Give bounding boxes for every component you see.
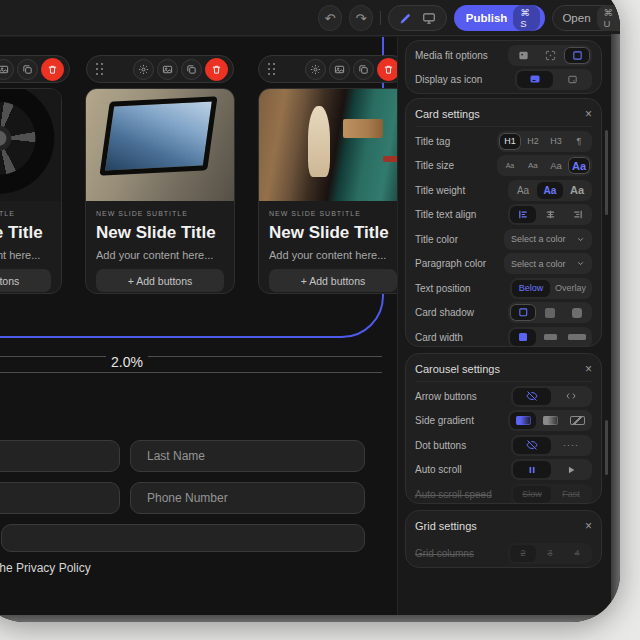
side-gradient-row: Side gradient	[415, 409, 592, 434]
grid-columns-3[interactable]: 3	[537, 545, 563, 562]
slide-delete-button[interactable]	[377, 58, 397, 81]
slide-media-button[interactable]	[0, 59, 14, 80]
shadow-soft-icon[interactable]	[537, 304, 563, 321]
width-small-icon[interactable]	[510, 329, 536, 346]
close-icon[interactable]: ×	[585, 108, 592, 120]
arrows-hidden-eye-off-icon[interactable]	[513, 388, 551, 405]
message-field[interactable]	[1, 524, 365, 552]
play-icon[interactable]	[552, 461, 590, 478]
dots-visible-icon[interactable]: ····	[552, 437, 590, 454]
editor-canvas[interactable]: NEW SLIDE SUBTITLE New Slide Title Add y…	[0, 37, 397, 615]
gradient-soft-icon[interactable]	[537, 412, 563, 429]
dot-buttons-row: Dot buttons ····	[415, 433, 592, 458]
preview-display-icon[interactable]	[422, 11, 436, 25]
pause-icon[interactable]	[513, 461, 551, 478]
carousel-settings-group: Carousel settings × Arrow buttons Side g…	[405, 353, 602, 504]
email-field[interactable]	[0, 482, 120, 514]
open-button[interactable]: Open ⌘ U	[552, 5, 620, 31]
publish-button[interactable]: Publish ⌘ S	[454, 5, 546, 31]
slide-duplicate-button[interactable]	[353, 59, 374, 80]
shadow-strong-icon[interactable]	[564, 304, 590, 321]
drag-handle-icon[interactable]	[96, 63, 104, 75]
slide-subtitle[interactable]: NEW SLIDE SUBTITLE	[0, 210, 51, 217]
card-settings-header: Card settings ×	[415, 101, 592, 127]
add-buttons-button[interactable]: + Add buttons	[0, 269, 51, 292]
media-fit-segment	[508, 45, 592, 66]
text-position-overlay[interactable]: Overlay	[551, 280, 590, 297]
paragraph-color-dropdown[interactable]: Select a color	[504, 253, 592, 274]
close-icon[interactable]: ×	[585, 363, 592, 375]
title-align-row: Title text align	[415, 203, 592, 228]
slide-subtitle[interactable]: NEW SLIDE SUBTITLE	[269, 210, 397, 217]
title-weight-medium[interactable]: Aa	[537, 182, 563, 199]
slide-duplicate-button[interactable]	[17, 59, 38, 80]
media-fit-fill-icon[interactable]	[510, 47, 536, 64]
horizontal-scrollbar[interactable]	[0, 615, 620, 622]
grid-columns-4[interactable]: 4	[564, 545, 590, 562]
title-tag-h1[interactable]: H1	[499, 133, 521, 150]
carousel-settings-header: Carousel settings ×	[415, 356, 592, 382]
slide-duplicate-button[interactable]	[181, 59, 202, 80]
slide-card-1[interactable]: NEW SLIDE SUBTITLE New Slide Title Add y…	[0, 88, 62, 294]
title-size-sm[interactable]: Aa	[522, 157, 544, 174]
slide-media-button[interactable]	[329, 59, 350, 80]
phone-field[interactable]: Phone Number	[130, 482, 365, 514]
title-size-lg[interactable]: Aa	[568, 157, 590, 174]
gradient-off-icon[interactable]	[564, 412, 590, 429]
slide-card-3[interactable]: NEW SLIDE SUBTITLE New Slide Title Add y…	[258, 88, 397, 294]
text-position-below[interactable]: Below	[512, 280, 550, 297]
slide-title[interactable]: New Slide Title	[269, 223, 397, 243]
title-weight-light[interactable]: Aa	[510, 182, 536, 199]
redo-button[interactable]: ↷	[349, 5, 373, 31]
add-buttons-button[interactable]: + Add buttons	[96, 269, 224, 292]
slide-text[interactable]: Add your content here...	[96, 249, 224, 261]
auto-scroll-segment	[511, 459, 592, 480]
slide-title[interactable]: New Slide Title	[0, 223, 51, 243]
display-icon-on-icon[interactable]	[517, 71, 553, 88]
slide-text[interactable]: Add your content here...	[0, 249, 51, 261]
card-width-row: Card width	[415, 325, 592, 347]
slide-delete-button[interactable]	[41, 58, 64, 81]
title-tag-paragraph[interactable]: ¶	[568, 133, 590, 150]
align-left-icon[interactable]	[510, 206, 536, 223]
undo-button[interactable]: ↶	[318, 5, 342, 31]
title-tag-h3[interactable]: H3	[545, 133, 567, 150]
last-name-field[interactable]: Last Name	[130, 440, 365, 472]
drag-handle-icon[interactable]	[268, 63, 276, 75]
slide-settings-button[interactable]	[305, 59, 326, 80]
panel-scrollbar-thumb[interactable]	[605, 420, 608, 475]
title-color-dropdown[interactable]: Select a color	[504, 229, 592, 250]
slide-card-2[interactable]: NEW SLIDE SUBTITLE New Slide Title Add y…	[85, 88, 235, 294]
title-size-md[interactable]: Aa	[545, 157, 567, 174]
media-fit-fit-icon[interactable]	[537, 47, 563, 64]
gradient-on-icon[interactable]	[510, 412, 536, 429]
title-tag-h2[interactable]: H2	[522, 133, 544, 150]
speed-fast[interactable]: Fast	[552, 486, 590, 503]
align-right-icon[interactable]	[564, 206, 590, 223]
slide-delete-button[interactable]	[205, 58, 228, 81]
slide-title[interactable]: New Slide Title	[96, 223, 224, 243]
title-weight-bold[interactable]: Aa	[564, 182, 590, 199]
dots-hidden-eye-off-icon[interactable]	[513, 437, 551, 454]
slide-text[interactable]: Add your content here...	[269, 249, 397, 261]
privacy-policy-text[interactable]: the Privacy Policy	[0, 561, 91, 575]
width-medium-icon[interactable]	[537, 329, 563, 346]
display-icon-off-icon[interactable]	[554, 71, 590, 88]
close-icon[interactable]: ×	[585, 520, 592, 532]
ticker-value[interactable]: 2.0%	[106, 354, 148, 370]
panel-scrollbar-thumb[interactable]	[605, 130, 608, 215]
width-large-icon[interactable]	[564, 329, 590, 346]
shadow-none-icon[interactable]	[510, 304, 536, 321]
align-center-icon[interactable]	[537, 206, 563, 223]
slide-media-button[interactable]	[157, 59, 178, 80]
slide-subtitle[interactable]: NEW SLIDE SUBTITLE	[96, 210, 224, 217]
slide-settings-button[interactable]	[133, 59, 154, 80]
edit-pen-icon[interactable]	[399, 12, 412, 25]
arrows-visible-icon[interactable]	[552, 388, 590, 405]
first-name-field[interactable]	[0, 440, 120, 472]
add-buttons-button[interactable]: + Add buttons	[269, 269, 397, 292]
media-fit-frame-icon[interactable]	[564, 47, 590, 64]
speed-slow[interactable]: Slow	[513, 486, 551, 503]
grid-columns-2[interactable]: 2	[510, 545, 536, 562]
title-size-xs[interactable]: Aa	[499, 157, 521, 174]
